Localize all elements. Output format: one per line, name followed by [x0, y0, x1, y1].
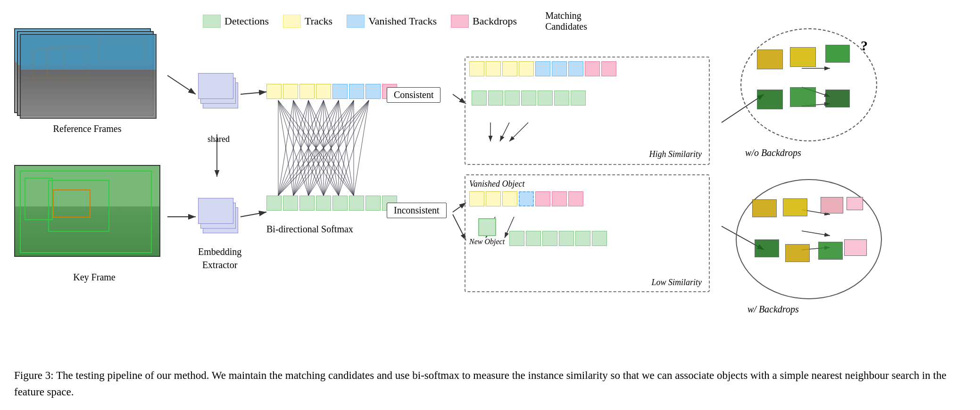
hs-b1 — [535, 61, 550, 76]
reference-frames: Reference Frames — [14, 28, 174, 132]
embedding-extractor-label: EmbeddingExtractor — [198, 245, 241, 271]
det-cell-g4 — [316, 196, 331, 211]
hs-g2 — [488, 90, 503, 106]
key-frame: Key Frame — [14, 165, 174, 269]
shared-label-area: shared — [208, 134, 230, 144]
svg-line-15 — [293, 100, 324, 196]
main-container: Detections Tracks Vanished Tracks Backdr… — [0, 0, 980, 410]
legend-tracks-box — [283, 15, 301, 28]
ls-p3 — [568, 191, 583, 206]
ls-g2 — [526, 231, 541, 246]
ci-sq6 — [825, 90, 850, 107]
ls-p2 — [552, 191, 567, 206]
svg-line-5 — [241, 212, 266, 217]
hs-track-row — [469, 61, 705, 76]
top-track-row — [266, 84, 397, 99]
svg-line-51 — [453, 203, 466, 212]
hs-y4 — [519, 61, 534, 76]
det-cell-g6 — [349, 196, 364, 211]
bc-sq1 — [752, 199, 777, 217]
svg-line-52 — [453, 214, 466, 240]
ls-g4 — [559, 231, 574, 246]
ci-sq4 — [757, 90, 783, 109]
frame-bg-3 — [20, 34, 157, 119]
svg-line-33 — [324, 100, 339, 196]
legend-detections: Detections — [203, 15, 269, 28]
ls-g6 — [592, 231, 607, 246]
svg-line-42 — [278, 100, 369, 196]
top-circle: ? — [740, 28, 877, 141]
ls-g3 — [542, 231, 557, 246]
svg-line-32 — [308, 100, 339, 196]
track-cell-y1 — [266, 84, 282, 99]
reference-frames-label: Reference Frames — [53, 123, 122, 134]
svg-line-44 — [308, 100, 369, 196]
svg-line-40 — [339, 100, 354, 196]
bc-sq2 — [783, 198, 807, 216]
ci-sq5 — [790, 87, 816, 107]
svg-line-22 — [308, 100, 339, 196]
svg-line-16 — [293, 100, 339, 196]
frame-stack: Reference Frames — [14, 28, 160, 120]
low-similarity-box: Vanished Object New Object — [465, 174, 710, 292]
inconsistent-box: Inconsistent — [387, 203, 447, 218]
svg-line-9 — [278, 100, 324, 196]
ci-sq2 — [790, 47, 816, 67]
key-frame-img — [14, 165, 160, 257]
legend-vanished-tracks-box — [347, 15, 365, 28]
bc-sq7 — [818, 242, 843, 260]
bc-sq4 — [847, 197, 863, 210]
legend-row: Detections Tracks Vanished Tracks Backdr… — [203, 10, 587, 32]
svg-line-21 — [308, 100, 324, 196]
bc-sq8 — [844, 239, 867, 256]
legend-tracks: Tracks — [283, 15, 332, 28]
consistent-box: Consistent — [387, 87, 440, 103]
caption: Figure 3: The testing pipeline of our me… — [14, 367, 966, 401]
svg-line-8 — [278, 100, 308, 196]
hs-g3 — [505, 90, 520, 106]
low-similarity-label: Low Similarity — [651, 278, 702, 287]
wo-backdrops-label: w/o Backdrops — [745, 148, 801, 158]
ls-y1 — [469, 191, 484, 206]
svg-line-30 — [278, 100, 339, 196]
svg-line-37 — [293, 100, 354, 196]
track-cell-b3 — [365, 84, 381, 99]
track-cell-b2 — [349, 84, 364, 99]
legend-backdrops-box — [451, 15, 469, 28]
svg-line-19 — [293, 100, 308, 196]
legend-detections-label: Detections — [224, 15, 269, 27]
svg-line-14 — [293, 100, 308, 196]
bottom-feature-stack: EmbeddingExtractor — [198, 198, 241, 271]
top-circle-content: ? — [752, 42, 865, 127]
hs-g6 — [554, 90, 569, 106]
w-backdrops-label: w/ Backdrops — [747, 304, 799, 315]
svg-line-18 — [278, 100, 308, 196]
svg-line-36 — [278, 100, 354, 196]
svg-line-31 — [293, 100, 339, 196]
hs-g5 — [538, 90, 553, 106]
track-cell-y2 — [283, 84, 298, 99]
new-obj-cell — [478, 218, 496, 236]
svg-line-45 — [324, 100, 369, 196]
question-mark: ? — [861, 38, 868, 54]
bottom-detection-row — [266, 196, 397, 211]
svg-line-26 — [308, 100, 324, 196]
svg-line-24 — [278, 100, 324, 196]
hs-p2 — [601, 61, 616, 76]
ls-g1 — [509, 231, 524, 246]
ls-b1 — [519, 191, 534, 206]
figure-area: Detections Tracks Vanished Tracks Backdr… — [0, 0, 980, 410]
svg-line-46 — [339, 100, 369, 196]
ls-y3 — [502, 191, 517, 206]
svg-line-10 — [278, 100, 339, 196]
svg-line-39 — [324, 100, 354, 196]
high-similarity-label: High Similarity — [649, 149, 702, 159]
svg-line-38 — [308, 100, 354, 196]
svg-line-43 — [293, 100, 369, 196]
track-cell-y4 — [316, 84, 331, 99]
ls-y2 — [486, 191, 501, 206]
hs-det-row — [472, 90, 705, 106]
new-object-label: New Object — [469, 238, 505, 246]
legend-backdrops-label: Backdrops — [473, 15, 517, 27]
caption-text: Figure 3: The testing pipeline of our me… — [14, 369, 947, 398]
